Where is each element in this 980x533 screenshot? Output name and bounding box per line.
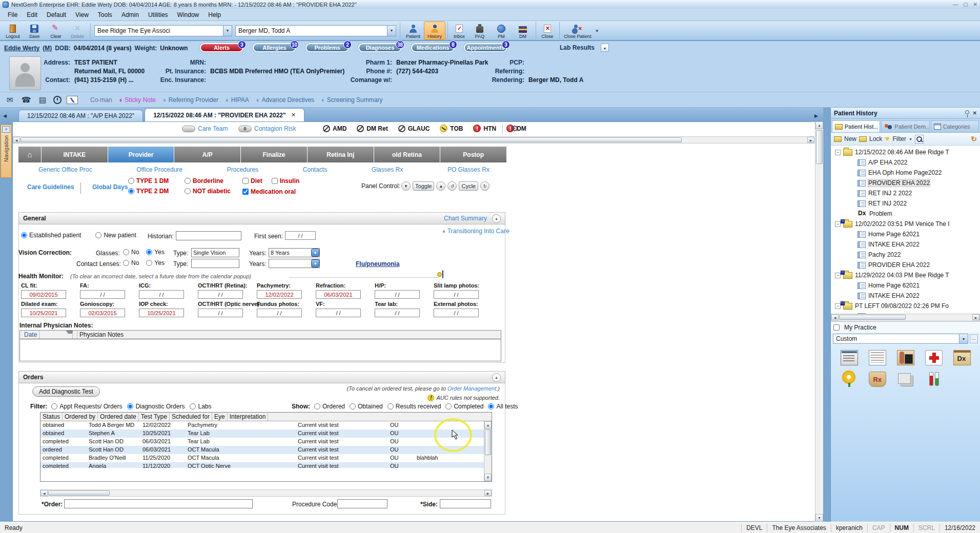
quick-link[interactable]: ♦ Screening Summary: [321, 96, 382, 104]
summary-pill[interactable]: Problems 2: [305, 43, 349, 52]
dm-management-checkbox[interactable]: Diet: [242, 177, 262, 184]
nav-tab[interactable]: Retina Inj: [308, 147, 374, 162]
close-panel-icon[interactable]: [973, 110, 977, 116]
quick-link[interactable]: ♦ Advance Directives: [256, 96, 314, 104]
orders-filter-radio[interactable]: Appt Requests/ Orders: [51, 403, 122, 410]
dm-type-radio[interactable]: TYPE 1 DM: [128, 177, 169, 184]
hm-date-field[interactable]: / /: [139, 290, 184, 299]
gear-icon[interactable]: [511, 124, 518, 133]
notes-empty-body[interactable]: [20, 339, 501, 361]
menu-item[interactable]: Default: [42, 10, 71, 20]
nav-tab[interactable]: INTAKE: [42, 147, 108, 162]
menu-item[interactable]: Window: [173, 10, 204, 20]
lock-folder-icon[interactable]: [859, 136, 867, 142]
clinical-flag[interactable]: TOB: [440, 125, 463, 132]
search-icon[interactable]: [915, 135, 924, 144]
menu-item[interactable]: Help: [203, 10, 226, 20]
tree-item[interactable]: Problem: [831, 209, 980, 219]
procedure-code-input[interactable]: [337, 499, 387, 508]
clear-button[interactable]: Clear: [45, 22, 67, 40]
chevron-down-icon[interactable]: [311, 249, 319, 257]
mail-icon[interactable]: ✉: [4, 95, 15, 105]
order-row[interactable]: completed Bradley O'Neill 11/25/2020 OCT…: [40, 454, 484, 462]
expand-all-icon[interactable]: ▲: [436, 181, 445, 191]
contact-lenses-radio[interactable]: No: [123, 259, 139, 266]
sub-nav-link[interactable]: Contacts: [303, 166, 327, 173]
category-dropdown[interactable]: Custom: [833, 334, 968, 344]
new-folder-icon[interactable]: [834, 136, 842, 142]
clinical-flag[interactable]: GLAUC: [398, 125, 430, 132]
cl-years-dropdown[interactable]: [269, 259, 320, 268]
hm-date-field[interactable]: 02/03/2015: [80, 309, 125, 317]
hm-date-field[interactable]: / /: [375, 290, 420, 299]
summary-pill[interactable]: Alerts 3: [200, 43, 243, 52]
first-aid-icon[interactable]: [925, 350, 943, 365]
tree-item[interactable]: RET INJ 2022: [831, 198, 980, 209]
hm-date-field[interactable]: 06/03/2021: [316, 290, 361, 299]
minimize-icon[interactable]: [953, 2, 958, 7]
cl-type-field[interactable]: [191, 259, 239, 268]
category-more-button[interactable]: [970, 334, 978, 343]
history-button[interactable]: History: [424, 22, 445, 40]
filter-button[interactable]: Filter: [892, 135, 906, 142]
my-practice-checkbox[interactable]: [833, 324, 840, 331]
menu-item[interactable]: Admin: [117, 10, 144, 20]
tab-categories[interactable]: Categories: [931, 120, 979, 132]
menu-item[interactable]: View: [71, 10, 93, 20]
tree-collapse-icon[interactable]: [835, 150, 841, 155]
papers-icon[interactable]: [897, 372, 914, 387]
tab-scroll-left-icon[interactable]: ◀: [3, 113, 7, 118]
first-seen-field[interactable]: / /: [285, 231, 316, 240]
care-team-button[interactable]: Care Team: [182, 125, 228, 132]
historian-input[interactable]: [176, 231, 241, 240]
care-guidelines-link[interactable]: Care Guidelines: [27, 183, 74, 191]
side-input[interactable]: [440, 499, 491, 508]
paq-button[interactable]: PAQ: [469, 22, 491, 40]
close-button[interactable]: Close: [536, 22, 557, 40]
menu-item[interactable]: Utilities: [144, 10, 173, 20]
orders-show-radio[interactable]: Completed: [445, 403, 483, 410]
hm-date-field[interactable]: / /: [198, 290, 243, 299]
tree-item[interactable]: INTAKE EHA 2022: [831, 239, 980, 250]
sub-nav-link[interactable]: PO Glasses Rx: [447, 166, 489, 173]
clinical-flag[interactable]: DM Ret: [357, 125, 387, 132]
hm-date-field[interactable]: / /: [257, 309, 302, 317]
menu-item[interactable]: Tools: [93, 10, 117, 20]
notes-list-icon[interactable]: ▤: [37, 95, 48, 105]
hm-date-field[interactable]: 09/02/2015: [21, 290, 66, 299]
save-button[interactable]: Save: [24, 22, 45, 40]
new-button[interactable]: New: [844, 135, 856, 142]
document-icon[interactable]: [869, 350, 886, 365]
tree-item[interactable]: PROVIDER EHA 2022: [831, 260, 980, 270]
quick-link[interactable]: ♦ Sticky Note: [119, 96, 156, 104]
tab-patient-demographics[interactable]: Patient Dem...: [881, 120, 929, 132]
patient-status-radio[interactable]: Established patient: [21, 232, 81, 239]
sub-nav-link[interactable]: Glasses Rx: [372, 166, 403, 173]
nav-tab[interactable]: Provider: [108, 147, 174, 162]
clinical-flag[interactable]: AMD: [323, 125, 346, 132]
orders-filter-radio[interactable]: Labs: [190, 403, 211, 410]
tree-item[interactable]: INTAKE EHA 2022: [831, 291, 980, 301]
tree-collapse-icon[interactable]: [835, 303, 841, 309]
orders-column-header[interactable]: Eye: [212, 413, 228, 421]
nav-tab[interactable]: old Retina: [374, 147, 440, 162]
pin-panel-icon[interactable]: [965, 110, 969, 114]
sub-nav-link[interactable]: Generic Office Proc: [38, 166, 92, 173]
order-management-link[interactable]: Order Management: [447, 385, 496, 392]
home-tab[interactable]: [18, 147, 41, 162]
orders-show-radio[interactable]: Results received: [387, 403, 441, 410]
phone-icon[interactable]: ☎: [21, 95, 32, 105]
order-row[interactable]: ordered Scott Han OD 06/03/2021 OCT Macu…: [40, 446, 484, 454]
nav-tab[interactable]: A/P: [174, 147, 240, 162]
toggle-button[interactable]: Toggle: [413, 181, 434, 191]
notes-date-column[interactable]: Date: [20, 331, 77, 339]
quick-link[interactable]: ♦ HIPAA: [226, 96, 249, 104]
tree-item[interactable]: RET INJ 2 2022: [831, 188, 980, 198]
glasses-radio[interactable]: No: [123, 249, 139, 256]
close-window-icon[interactable]: [973, 2, 977, 7]
summary-pill[interactable]: Allergies 10: [253, 43, 296, 52]
collapse-all-icon[interactable]: ▼: [401, 181, 411, 191]
quick-link[interactable]: Co-man: [90, 96, 112, 104]
chevron-down-icon[interactable]: ▼: [387, 26, 396, 36]
orders-filter-radio[interactable]: Diagnostic Orders: [127, 403, 185, 410]
